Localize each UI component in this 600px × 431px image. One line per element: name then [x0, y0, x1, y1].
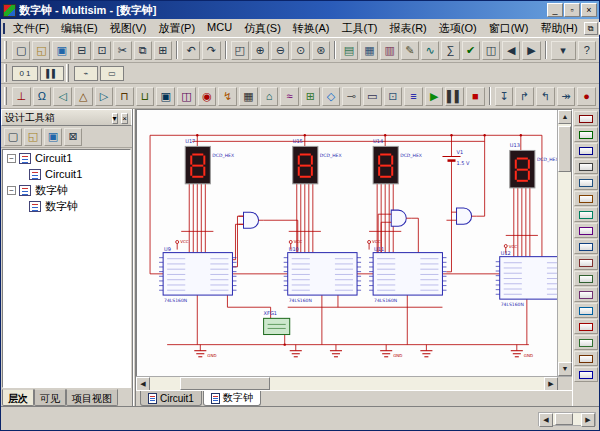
bode-plotter-button[interactable]: [574, 191, 598, 206]
and-gate[interactable]: [244, 212, 259, 228]
scroll-up-button[interactable]: ▲: [558, 110, 572, 124]
place-electromechanical-button[interactable]: ⊞: [301, 87, 320, 106]
toggle-breakpoint-button[interactable]: ●: [577, 87, 596, 106]
ic-chip[interactable]: [373, 253, 442, 295]
tree-leaf-1-0[interactable]: 数字钟: [3, 198, 130, 214]
place-mixed-button[interactable]: ◫: [177, 87, 196, 106]
place-ttl-button[interactable]: ⊓: [115, 87, 134, 106]
toolbar-grip[interactable]: [4, 64, 7, 82]
simulation-run-switch-button[interactable]: 0 1: [12, 66, 38, 81]
title-bar[interactable]: 数字钟 - Multisim - [数字钟] _ ▫ ×: [1, 1, 599, 19]
simulate-stop-button[interactable]: ■: [466, 87, 485, 106]
wire[interactable]: [477, 135, 485, 216]
zoom-in-button[interactable]: ⊕: [251, 41, 269, 60]
agilent-function-generator-button[interactable]: [574, 335, 598, 350]
database-manager-button[interactable]: ▥: [380, 41, 398, 60]
place-basic-button[interactable]: Ω: [33, 87, 52, 106]
menu-window[interactable]: 窗口(W): [483, 19, 535, 38]
horizontal-scroll-thumb[interactable]: [180, 377, 270, 390]
paste-button[interactable]: ⊞: [154, 41, 172, 60]
design-toolbox-button[interactable]: ▤: [340, 41, 358, 60]
zoom-out-button[interactable]: ⊖: [271, 41, 289, 60]
place-misc-button[interactable]: ▦: [239, 87, 258, 106]
simulate-pause-button[interactable]: ▌▌: [445, 87, 464, 106]
horizontal-scroll-track[interactable]: [150, 377, 544, 390]
vertical-scrollbar[interactable]: ▲ ▼: [557, 110, 571, 376]
minimize-button[interactable]: _: [547, 3, 563, 17]
place-misc-digital-button[interactable]: ▣: [156, 87, 175, 106]
wire[interactable]: [232, 224, 243, 259]
place-cmos-button[interactable]: ⊔: [136, 87, 155, 106]
place-bus-button[interactable]: ≡: [404, 87, 423, 106]
toolbox-close-file-button[interactable]: ⊠: [64, 128, 82, 146]
place-rf-button[interactable]: ≈: [280, 87, 299, 106]
toolbar-grip[interactable]: [66, 64, 69, 82]
spectrum-analyzer-button[interactable]: [574, 303, 598, 318]
wattmeter-button[interactable]: [574, 143, 598, 158]
cut-button[interactable]: ✂: [113, 41, 131, 60]
logic-converter-button[interactable]: [574, 255, 598, 270]
panel-close-button[interactable]: ×: [121, 113, 128, 124]
distortion-analyzer-button[interactable]: [574, 287, 598, 302]
toolbar-grip[interactable]: [4, 87, 7, 105]
toolbar-grip[interactable]: [4, 41, 7, 59]
place-hierarchical-block-button[interactable]: ⊡: [384, 87, 403, 106]
tektronix-oscilloscope-button[interactable]: [574, 367, 598, 382]
zoom-area-button[interactable]: ⊙: [291, 41, 309, 60]
function-generator-button[interactable]: [574, 127, 598, 142]
toolbox-open-button[interactable]: ◱: [24, 128, 42, 146]
undo-button[interactable]: ↶: [182, 41, 200, 60]
frequency-counter-button[interactable]: [574, 207, 598, 222]
wire[interactable]: [411, 218, 418, 252]
oscilloscope-button[interactable]: [574, 159, 598, 174]
schematic-canvas[interactable]: U17DCD_HEXU15DCD_HEXU14DCD_HEXU13DCD_HEX…: [137, 110, 557, 376]
wire[interactable]: [232, 216, 243, 267]
print-preview-button[interactable]: ⊡: [93, 41, 111, 60]
agilent-multimeter-button[interactable]: [574, 351, 598, 366]
wire[interactable]: [446, 161, 451, 272]
panel-tab-项目视图[interactable]: 项目视图: [66, 389, 118, 406]
menu-file[interactable]: 文件(F): [7, 19, 55, 38]
vertical-scroll-track[interactable]: [558, 124, 571, 362]
vertical-scroll-thumb[interactable]: [558, 126, 571, 172]
ic-chip[interactable]: [500, 257, 557, 299]
place-diode-button[interactable]: ◁: [53, 87, 72, 106]
help-button[interactable]: ?: [578, 41, 596, 60]
menu-tools[interactable]: 工具(T): [335, 19, 383, 38]
multimeter-button[interactable]: [574, 111, 598, 126]
close-button[interactable]: ×: [581, 3, 597, 17]
collapse-icon[interactable]: −: [7, 154, 16, 163]
iv-analyzer-button[interactable]: [574, 271, 598, 286]
simulation-pause-switch-button[interactable]: ▌▌: [40, 66, 64, 81]
ic-chip[interactable]: [163, 253, 232, 295]
menu-transfer[interactable]: 转换(A): [287, 19, 336, 38]
copy-button[interactable]: ⧉: [134, 41, 152, 60]
four-channel-oscilloscope-button[interactable]: [574, 175, 598, 190]
in-use-list-button[interactable]: ▾: [551, 41, 576, 60]
step-out-button[interactable]: ↰: [536, 87, 555, 106]
menu-options[interactable]: 选项(O): [433, 19, 483, 38]
redo-button[interactable]: ↷: [202, 41, 220, 60]
collapse-icon[interactable]: −: [7, 186, 16, 195]
tree-node-1[interactable]: −数字钟: [3, 182, 130, 198]
word-generator-button[interactable]: [574, 223, 598, 238]
spreadsheet-scroll-track[interactable]: [553, 413, 581, 425]
sheet-tab-数字钟[interactable]: 数字钟: [203, 391, 261, 406]
component-wizard-button[interactable]: ✎: [401, 41, 419, 60]
print-button[interactable]: ⊟: [73, 41, 91, 60]
toolbox-new-button[interactable]: ▢: [4, 128, 22, 146]
step-over-button[interactable]: ↱: [515, 87, 534, 106]
design-toolbox-header[interactable]: 设计工具箱 ▾ ×: [1, 109, 132, 126]
spreadsheet-view-button[interactable]: ▦: [360, 41, 378, 60]
menu-help[interactable]: 帮助(H): [534, 19, 583, 38]
panel-tab-层次[interactable]: 层次: [2, 389, 34, 406]
restore-button[interactable]: ▫: [564, 3, 580, 17]
horizontal-scrollbar[interactable]: ◀ ▶: [136, 376, 572, 390]
run-to-cursor-button[interactable]: ↠: [557, 87, 576, 106]
postprocessor-button[interactable]: ∑: [441, 41, 459, 60]
save-button[interactable]: ▣: [52, 41, 70, 60]
place-analog-button[interactable]: ▷: [95, 87, 114, 106]
menu-simulate[interactable]: 仿真(S): [238, 19, 287, 38]
toolbox-save-button[interactable]: ▣: [44, 128, 62, 146]
electrical-rules-check-button[interactable]: ✔: [462, 41, 480, 60]
